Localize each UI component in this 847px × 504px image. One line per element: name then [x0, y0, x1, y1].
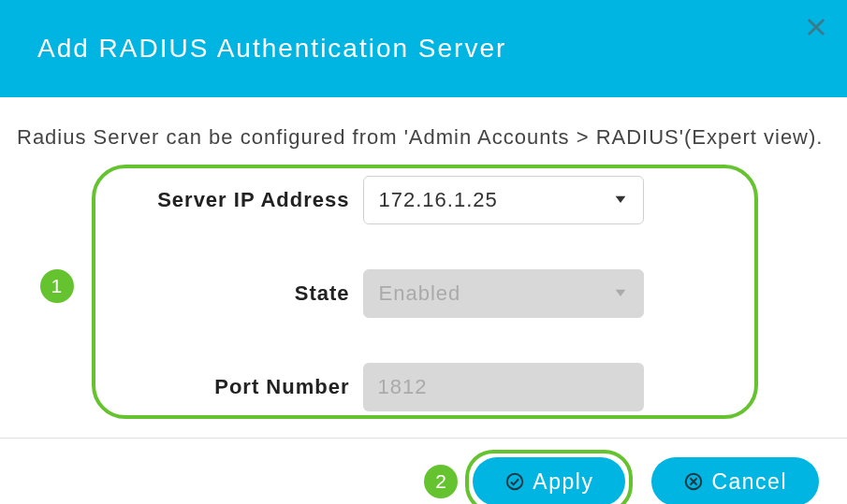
- cancel-button[interactable]: Cancel: [651, 457, 819, 504]
- annotation-badge-1: 1: [40, 269, 74, 303]
- info-text: Radius Server can be configured from 'Ad…: [0, 97, 847, 159]
- row-state: State Enabled: [120, 269, 728, 318]
- apply-button-label: Apply: [533, 469, 593, 495]
- form-area: 1 Server IP Address 172.16.1.25 State En…: [120, 176, 728, 411]
- state-value: Enabled: [379, 281, 461, 306]
- cancel-circle-icon: [683, 471, 704, 492]
- caret-down-icon: [613, 188, 628, 212]
- port-value: 1812: [378, 375, 428, 399]
- check-circle-icon: [504, 471, 525, 492]
- svg-marker-2: [615, 196, 625, 203]
- label-server-ip: Server IP Address: [120, 188, 363, 212]
- row-server-ip: Server IP Address 172.16.1.25: [120, 176, 728, 224]
- close-icon: [806, 24, 826, 40]
- apply-button-wrap: Apply: [473, 457, 625, 504]
- state-select: Enabled: [363, 269, 644, 318]
- annotation-badge-2: 2: [424, 465, 458, 498]
- apply-button[interactable]: Apply: [473, 457, 625, 504]
- port-input: 1812: [363, 363, 644, 411]
- close-button[interactable]: [806, 17, 826, 41]
- cancel-button-label: Cancel: [711, 469, 787, 495]
- server-ip-select[interactable]: 172.16.1.25: [363, 176, 644, 224]
- caret-down-icon: [613, 281, 628, 306]
- label-state: State: [120, 281, 363, 306]
- footer-bar: 2 Apply Cancel: [0, 439, 847, 504]
- server-ip-value: 172.16.1.25: [379, 188, 498, 212]
- svg-marker-3: [615, 290, 625, 296]
- svg-point-4: [507, 474, 523, 490]
- row-port: Port Number 1812: [120, 363, 728, 411]
- dialog-title: Add RADIUS Authentication Server: [37, 34, 506, 64]
- dialog-header: Add RADIUS Authentication Server: [0, 0, 847, 97]
- label-port: Port Number: [120, 375, 363, 399]
